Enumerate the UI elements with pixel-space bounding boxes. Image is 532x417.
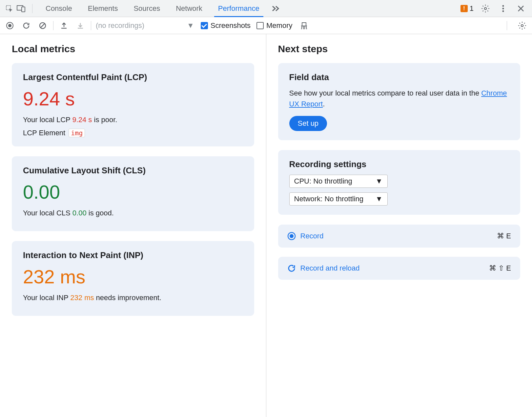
- svg-point-8: [8, 24, 11, 27]
- tab-elements[interactable]: Elements: [80, 0, 126, 17]
- inp-description: Your local INP 232 ms needs improvement.: [23, 294, 243, 302]
- device-toggle-icon[interactable]: [15, 3, 27, 14]
- issues-count: 1: [470, 4, 474, 13]
- record-circle-icon: [287, 232, 296, 240]
- local-metrics-title: Local metrics: [12, 43, 254, 55]
- lcp-element-label: LCP Element: [23, 129, 65, 137]
- issues-badge[interactable]: ! 1: [460, 4, 474, 13]
- download-icon[interactable]: [74, 20, 86, 32]
- field-data-title: Field data: [289, 72, 509, 82]
- svg-rect-10: [302, 23, 306, 26]
- local-metrics-panel: Local metrics Largest Contentful Paint (…: [0, 34, 266, 417]
- tab-network[interactable]: Network: [168, 0, 210, 17]
- memory-checkbox[interactable]: Memory: [256, 21, 292, 30]
- tab-performance[interactable]: Performance: [210, 0, 267, 17]
- network-throttling-select[interactable]: Network: No throttling▼: [289, 192, 388, 206]
- panel-settings-icon[interactable]: [516, 20, 528, 32]
- tab-console[interactable]: Console: [38, 0, 80, 17]
- reload-icon[interactable]: [20, 20, 32, 32]
- field-data-card: Field data See how your local metrics co…: [278, 63, 521, 140]
- svg-point-4: [502, 5, 504, 7]
- lcp-title: Largest Contentful Paint (LCP): [23, 72, 243, 82]
- svg-point-11: [521, 24, 523, 27]
- tab-sources[interactable]: Sources: [126, 0, 168, 17]
- record-action-card[interactable]: Record ⌘ E: [278, 225, 521, 248]
- recording-settings-title: Recording settings: [289, 159, 509, 169]
- record-icon[interactable]: [4, 20, 16, 32]
- cls-card: Cumulative Layout Shift (CLS) 0.00 Your …: [12, 156, 254, 231]
- field-data-description: See how your local metrics compare to re…: [289, 88, 509, 109]
- svg-point-6: [502, 10, 504, 12]
- record-reload-shortcut: ⌘ ⇧ E: [489, 264, 511, 273]
- lcp-element-tag[interactable]: img: [69, 129, 85, 137]
- next-steps-panel: Next steps Field data See how your local…: [266, 34, 532, 417]
- record-label: Record: [300, 232, 324, 240]
- svg-point-5: [502, 8, 504, 9]
- devtools-tabbar: Console Elements Sources Network Perform…: [0, 0, 532, 17]
- lcp-description: Your local LCP 9.24 s is poor.: [23, 116, 243, 124]
- cls-description: Your local CLS 0.00 is good.: [23, 209, 243, 217]
- inspect-element-icon[interactable]: [3, 3, 15, 14]
- recording-settings-card: Recording settings CPU: No throttling▼ N…: [278, 150, 521, 215]
- close-icon[interactable]: [515, 3, 527, 14]
- cls-title: Cumulative Layout Shift (CLS): [23, 165, 243, 176]
- screenshots-label: Screenshots: [211, 21, 251, 30]
- next-steps-title: Next steps: [278, 43, 521, 55]
- lcp-card: Largest Contentful Paint (LCP) 9.24 s Yo…: [12, 63, 254, 146]
- reload-icon: [287, 264, 296, 273]
- inp-value: 232 ms: [23, 266, 243, 288]
- svg-rect-2: [22, 7, 25, 12]
- garbage-collect-icon[interactable]: [298, 20, 310, 32]
- record-reload-action-card[interactable]: Record and reload ⌘ ⇧ E: [278, 257, 521, 280]
- svg-point-3: [484, 7, 487, 10]
- record-reload-label: Record and reload: [300, 264, 360, 273]
- svg-point-13: [290, 234, 294, 238]
- cls-value: 0.00: [23, 181, 243, 203]
- upload-icon[interactable]: [58, 20, 70, 32]
- memory-label: Memory: [266, 21, 292, 30]
- lcp-value: 9.24 s: [23, 88, 243, 110]
- clear-icon[interactable]: [37, 20, 49, 32]
- record-shortcut: ⌘ E: [497, 232, 511, 240]
- settings-icon[interactable]: [480, 3, 491, 14]
- inp-card: Interaction to Next Paint (INP) 232 ms Y…: [12, 241, 254, 316]
- tabs-more-icon[interactable]: [267, 0, 284, 17]
- screenshots-checkbox[interactable]: Screenshots: [201, 21, 251, 30]
- setup-button[interactable]: Set up: [289, 116, 327, 131]
- inp-title: Interaction to Next Paint (INP): [23, 250, 243, 260]
- recordings-label: (no recordings): [96, 21, 144, 30]
- performance-toolbar: (no recordings) ▼ Screenshots Memory: [0, 17, 532, 34]
- cpu-throttling-select[interactable]: CPU: No throttling▼: [289, 175, 388, 188]
- more-menu-icon[interactable]: [497, 3, 509, 14]
- recordings-dropdown[interactable]: (no recordings) ▼: [96, 21, 194, 30]
